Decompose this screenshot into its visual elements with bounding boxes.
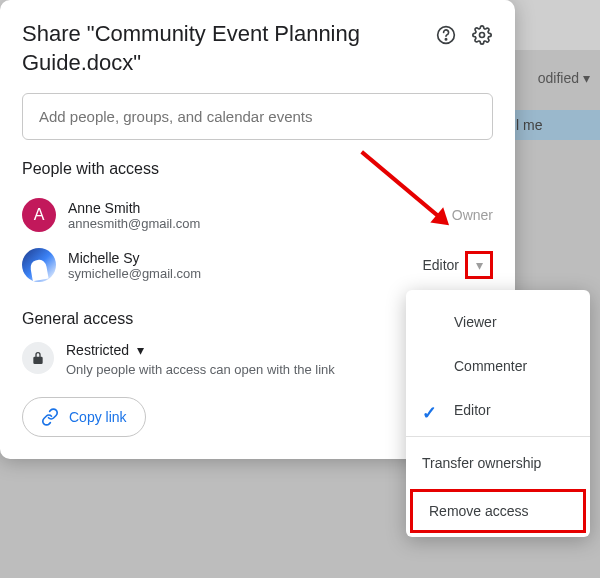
column-label: odified xyxy=(538,70,579,86)
link-icon xyxy=(41,408,59,426)
access-description: Only people with access can open with th… xyxy=(66,362,335,377)
caret-down-icon: ▾ xyxy=(476,257,483,273)
role-label-owner: Owner xyxy=(452,207,493,223)
avatar-letter: A xyxy=(34,206,45,224)
person-info: Anne Smith annesmith@gmail.com xyxy=(68,200,200,231)
person-info: Michelle Sy symichelle@gmail.com xyxy=(68,250,201,281)
menu-item-viewer[interactable]: Viewer xyxy=(406,300,590,344)
header-icons xyxy=(435,24,493,46)
copy-link-label: Copy link xyxy=(69,409,127,425)
role-dropdown-editor[interactable]: Editor ▾ xyxy=(422,251,493,279)
background-row[interactable]: l me xyxy=(510,110,600,140)
help-icon[interactable] xyxy=(435,24,457,46)
add-people-input[interactable] xyxy=(22,93,493,140)
menu-item-transfer-ownership[interactable]: Transfer ownership xyxy=(406,441,590,485)
person-row-editor: Michelle Sy symichelle@gmail.com Editor … xyxy=(22,242,493,292)
menu-item-commenter[interactable]: Commenter xyxy=(406,344,590,388)
row-label: l me xyxy=(516,117,542,133)
gear-icon[interactable] xyxy=(471,24,493,46)
chevron-down-icon: ▾ xyxy=(583,70,590,86)
people-with-access-heading: People with access xyxy=(22,160,493,178)
person-email: annesmith@gmail.com xyxy=(68,216,200,231)
caret-down-icon: ▾ xyxy=(137,342,144,358)
avatar: A xyxy=(22,198,56,232)
dialog-header: Share "Community Event Planning Guide.do… xyxy=(22,20,493,77)
copy-link-button[interactable]: Copy link xyxy=(22,397,146,437)
menu-item-editor[interactable]: Editor xyxy=(406,388,590,432)
svg-point-1 xyxy=(445,39,446,40)
person-email: symichelle@gmail.com xyxy=(68,266,201,281)
access-level-label: Restricted xyxy=(66,342,129,358)
person-name: Anne Smith xyxy=(68,200,200,216)
menu-divider xyxy=(406,436,590,437)
role-dropdown-menu: Viewer Commenter Editor Transfer ownersh… xyxy=(406,290,590,537)
menu-item-remove-access[interactable]: Remove access xyxy=(410,489,586,533)
role-label: Editor xyxy=(422,257,459,273)
avatar xyxy=(22,248,56,282)
access-level-dropdown[interactable]: Restricted ▾ xyxy=(66,342,335,358)
person-name: Michelle Sy xyxy=(68,250,201,266)
dropdown-trigger-highlight[interactable]: ▾ xyxy=(465,251,493,279)
svg-point-2 xyxy=(480,33,485,38)
lock-icon xyxy=(22,342,54,374)
background-column-header[interactable]: odified ▾ xyxy=(538,70,590,86)
dialog-title: Share "Community Event Planning Guide.do… xyxy=(22,20,402,77)
restricted-block: Restricted ▾ Only people with access can… xyxy=(66,342,335,377)
